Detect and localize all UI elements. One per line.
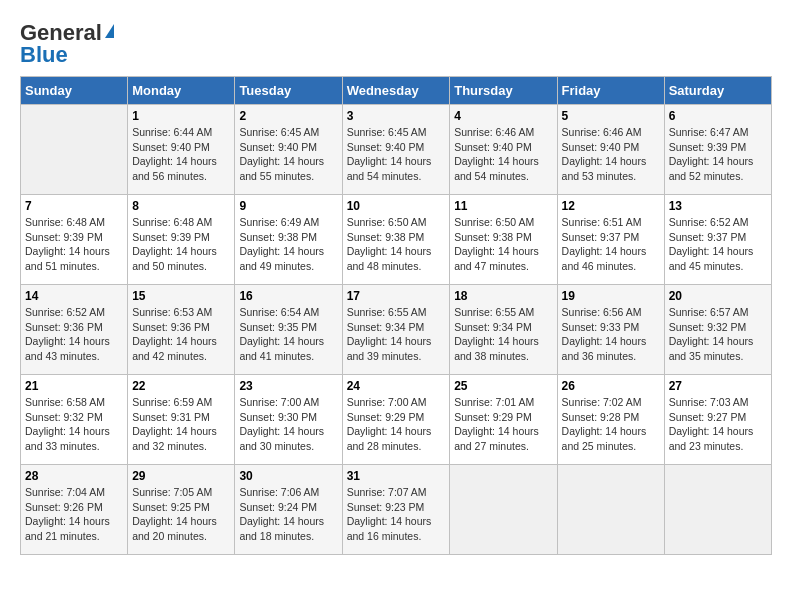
week-row-1: 7Sunrise: 6:48 AMSunset: 9:39 PMDaylight…: [21, 195, 772, 285]
day-cell: 14Sunrise: 6:52 AMSunset: 9:36 PMDayligh…: [21, 285, 128, 375]
day-info: Sunrise: 7:03 AMSunset: 9:27 PMDaylight:…: [669, 395, 767, 454]
day-cell: 17Sunrise: 6:55 AMSunset: 9:34 PMDayligh…: [342, 285, 450, 375]
day-info: Sunrise: 6:57 AMSunset: 9:32 PMDaylight:…: [669, 305, 767, 364]
day-number: 5: [562, 109, 660, 123]
header-saturday: Saturday: [664, 77, 771, 105]
day-number: 23: [239, 379, 337, 393]
day-info: Sunrise: 6:51 AMSunset: 9:37 PMDaylight:…: [562, 215, 660, 274]
header-wednesday: Wednesday: [342, 77, 450, 105]
day-number: 7: [25, 199, 123, 213]
day-info: Sunrise: 6:45 AMSunset: 9:40 PMDaylight:…: [239, 125, 337, 184]
day-cell: 15Sunrise: 6:53 AMSunset: 9:36 PMDayligh…: [128, 285, 235, 375]
day-number: 31: [347, 469, 446, 483]
day-cell: 3Sunrise: 6:45 AMSunset: 9:40 PMDaylight…: [342, 105, 450, 195]
day-info: Sunrise: 7:00 AMSunset: 9:30 PMDaylight:…: [239, 395, 337, 454]
day-info: Sunrise: 6:54 AMSunset: 9:35 PMDaylight:…: [239, 305, 337, 364]
week-row-3: 21Sunrise: 6:58 AMSunset: 9:32 PMDayligh…: [21, 375, 772, 465]
day-number: 4: [454, 109, 552, 123]
day-cell: 13Sunrise: 6:52 AMSunset: 9:37 PMDayligh…: [664, 195, 771, 285]
day-info: Sunrise: 7:02 AMSunset: 9:28 PMDaylight:…: [562, 395, 660, 454]
day-info: Sunrise: 7:00 AMSunset: 9:29 PMDaylight:…: [347, 395, 446, 454]
day-cell: 30Sunrise: 7:06 AMSunset: 9:24 PMDayligh…: [235, 465, 342, 555]
week-row-0: 1Sunrise: 6:44 AMSunset: 9:40 PMDaylight…: [21, 105, 772, 195]
day-cell: 25Sunrise: 7:01 AMSunset: 9:29 PMDayligh…: [450, 375, 557, 465]
day-cell: [664, 465, 771, 555]
day-number: 21: [25, 379, 123, 393]
day-number: 24: [347, 379, 446, 393]
day-number: 16: [239, 289, 337, 303]
page-header: General Blue: [20, 20, 772, 68]
header-tuesday: Tuesday: [235, 77, 342, 105]
day-number: 12: [562, 199, 660, 213]
day-number: 13: [669, 199, 767, 213]
day-info: Sunrise: 6:55 AMSunset: 9:34 PMDaylight:…: [347, 305, 446, 364]
day-number: 19: [562, 289, 660, 303]
day-info: Sunrise: 6:55 AMSunset: 9:34 PMDaylight:…: [454, 305, 552, 364]
day-cell: 16Sunrise: 6:54 AMSunset: 9:35 PMDayligh…: [235, 285, 342, 375]
day-cell: 24Sunrise: 7:00 AMSunset: 9:29 PMDayligh…: [342, 375, 450, 465]
day-info: Sunrise: 6:45 AMSunset: 9:40 PMDaylight:…: [347, 125, 446, 184]
header-sunday: Sunday: [21, 77, 128, 105]
day-info: Sunrise: 6:56 AMSunset: 9:33 PMDaylight:…: [562, 305, 660, 364]
day-info: Sunrise: 6:58 AMSunset: 9:32 PMDaylight:…: [25, 395, 123, 454]
day-cell: 11Sunrise: 6:50 AMSunset: 9:38 PMDayligh…: [450, 195, 557, 285]
day-info: Sunrise: 6:50 AMSunset: 9:38 PMDaylight:…: [347, 215, 446, 274]
week-row-2: 14Sunrise: 6:52 AMSunset: 9:36 PMDayligh…: [21, 285, 772, 375]
week-row-4: 28Sunrise: 7:04 AMSunset: 9:26 PMDayligh…: [21, 465, 772, 555]
day-cell: 12Sunrise: 6:51 AMSunset: 9:37 PMDayligh…: [557, 195, 664, 285]
day-info: Sunrise: 6:48 AMSunset: 9:39 PMDaylight:…: [132, 215, 230, 274]
day-number: 10: [347, 199, 446, 213]
day-cell: 7Sunrise: 6:48 AMSunset: 9:39 PMDaylight…: [21, 195, 128, 285]
day-number: 26: [562, 379, 660, 393]
day-number: 30: [239, 469, 337, 483]
day-number: 25: [454, 379, 552, 393]
day-number: 28: [25, 469, 123, 483]
day-cell: 6Sunrise: 6:47 AMSunset: 9:39 PMDaylight…: [664, 105, 771, 195]
day-number: 29: [132, 469, 230, 483]
day-cell: 5Sunrise: 6:46 AMSunset: 9:40 PMDaylight…: [557, 105, 664, 195]
day-cell: 29Sunrise: 7:05 AMSunset: 9:25 PMDayligh…: [128, 465, 235, 555]
day-info: Sunrise: 6:47 AMSunset: 9:39 PMDaylight:…: [669, 125, 767, 184]
calendar-table: SundayMondayTuesdayWednesdayThursdayFrid…: [20, 76, 772, 555]
day-cell: 8Sunrise: 6:48 AMSunset: 9:39 PMDaylight…: [128, 195, 235, 285]
day-cell: 20Sunrise: 6:57 AMSunset: 9:32 PMDayligh…: [664, 285, 771, 375]
day-number: 1: [132, 109, 230, 123]
day-number: 14: [25, 289, 123, 303]
day-number: 6: [669, 109, 767, 123]
day-info: Sunrise: 6:48 AMSunset: 9:39 PMDaylight:…: [25, 215, 123, 274]
day-number: 9: [239, 199, 337, 213]
day-info: Sunrise: 6:44 AMSunset: 9:40 PMDaylight:…: [132, 125, 230, 184]
day-number: 8: [132, 199, 230, 213]
day-info: Sunrise: 7:04 AMSunset: 9:26 PMDaylight:…: [25, 485, 123, 544]
day-cell: 10Sunrise: 6:50 AMSunset: 9:38 PMDayligh…: [342, 195, 450, 285]
day-number: 2: [239, 109, 337, 123]
day-info: Sunrise: 6:53 AMSunset: 9:36 PMDaylight:…: [132, 305, 230, 364]
header-thursday: Thursday: [450, 77, 557, 105]
day-cell: 9Sunrise: 6:49 AMSunset: 9:38 PMDaylight…: [235, 195, 342, 285]
day-number: 27: [669, 379, 767, 393]
day-cell: [450, 465, 557, 555]
day-cell: 2Sunrise: 6:45 AMSunset: 9:40 PMDaylight…: [235, 105, 342, 195]
day-number: 20: [669, 289, 767, 303]
day-number: 22: [132, 379, 230, 393]
header-friday: Friday: [557, 77, 664, 105]
day-info: Sunrise: 6:46 AMSunset: 9:40 PMDaylight:…: [562, 125, 660, 184]
day-info: Sunrise: 7:05 AMSunset: 9:25 PMDaylight:…: [132, 485, 230, 544]
day-cell: 26Sunrise: 7:02 AMSunset: 9:28 PMDayligh…: [557, 375, 664, 465]
header-row: SundayMondayTuesdayWednesdayThursdayFrid…: [21, 77, 772, 105]
day-info: Sunrise: 6:49 AMSunset: 9:38 PMDaylight:…: [239, 215, 337, 274]
day-info: Sunrise: 7:06 AMSunset: 9:24 PMDaylight:…: [239, 485, 337, 544]
day-cell: 23Sunrise: 7:00 AMSunset: 9:30 PMDayligh…: [235, 375, 342, 465]
day-cell: 31Sunrise: 7:07 AMSunset: 9:23 PMDayligh…: [342, 465, 450, 555]
header-monday: Monday: [128, 77, 235, 105]
day-cell: 19Sunrise: 6:56 AMSunset: 9:33 PMDayligh…: [557, 285, 664, 375]
day-number: 15: [132, 289, 230, 303]
logo-blue-text: Blue: [20, 42, 68, 68]
day-number: 18: [454, 289, 552, 303]
day-info: Sunrise: 7:07 AMSunset: 9:23 PMDaylight:…: [347, 485, 446, 544]
day-info: Sunrise: 6:52 AMSunset: 9:36 PMDaylight:…: [25, 305, 123, 364]
day-cell: [557, 465, 664, 555]
day-info: Sunrise: 6:59 AMSunset: 9:31 PMDaylight:…: [132, 395, 230, 454]
day-cell: 18Sunrise: 6:55 AMSunset: 9:34 PMDayligh…: [450, 285, 557, 375]
day-cell: 27Sunrise: 7:03 AMSunset: 9:27 PMDayligh…: [664, 375, 771, 465]
